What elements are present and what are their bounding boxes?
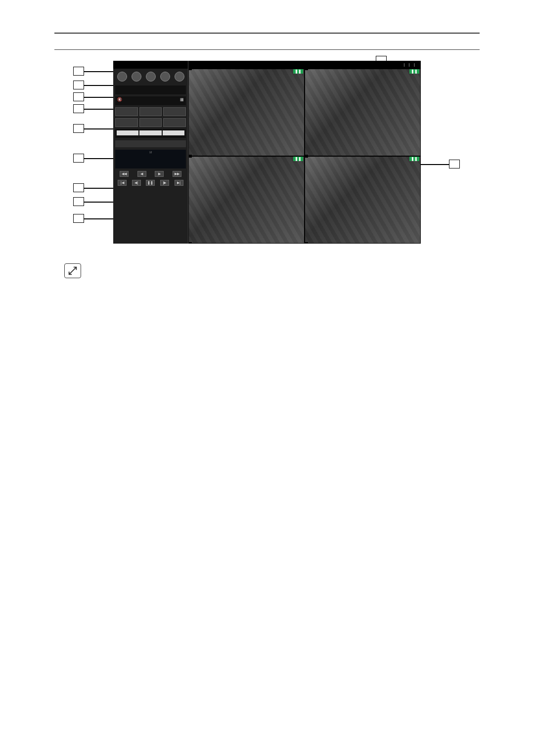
playback-row-2: |◀ ◀| ❚❚ |▶ ▶|	[115, 180, 186, 186]
split-16-icon[interactable]	[160, 72, 170, 82]
cam-tile-3: ❚❚	[188, 156, 305, 244]
callout-1	[73, 67, 84, 76]
callout-8	[73, 183, 84, 192]
dvr-info-bar	[115, 85, 186, 94]
cam-tile-4: ❚❚	[305, 156, 421, 244]
cam-2-pause-icon: ❚❚	[409, 69, 419, 74]
cam-1-pause-icon: ❚❚	[293, 69, 303, 74]
cam-4-timestamp	[305, 242, 308, 243]
cam-1-timestamp	[189, 155, 192, 156]
sequence-button[interactable]	[115, 107, 138, 116]
osd-format-bar: 🔇 ▦	[115, 96, 186, 105]
sequence-row	[115, 107, 186, 116]
fast-forward-button[interactable]: ▶▶	[173, 171, 181, 177]
calendar-month[interactable]	[139, 130, 161, 135]
cam-1-label	[189, 69, 192, 70]
split-9-icon[interactable]	[146, 72, 156, 82]
annotated-screenshot: 🔇 ▦	[74, 61, 460, 244]
callout-9	[73, 197, 84, 206]
next-button[interactable]	[163, 107, 186, 116]
speaker-icon[interactable]: 🔇	[117, 97, 122, 104]
note-icon	[64, 263, 81, 278]
search-viewer-screenshot: 🔇 ▦	[113, 61, 421, 244]
notes-block	[64, 263, 480, 278]
fullscreen-icon[interactable]	[175, 72, 184, 82]
split-buttons	[113, 69, 188, 84]
playback-row-1: ◀◀ ◀ ▶ ▶▶	[115, 171, 186, 177]
pause-button[interactable]: ❚❚	[146, 180, 155, 186]
cam-tile-2: ❚❚	[305, 69, 421, 156]
cam-2-label	[305, 69, 308, 70]
split-1-icon[interactable]	[117, 72, 127, 82]
print-button[interactable]	[139, 118, 162, 127]
previous-button[interactable]	[139, 107, 162, 116]
capture-row	[115, 118, 186, 127]
chapter-title	[54, 30, 480, 34]
fast-rewind-button[interactable]: ◀◀	[120, 171, 129, 177]
cam-3-pause-icon: ❚❚	[293, 157, 303, 161]
calendar-year[interactable]	[117, 130, 138, 135]
step-back-button[interactable]: ◀|	[132, 180, 141, 186]
section-title	[54, 46, 480, 50]
overlapped-data-row	[115, 140, 186, 147]
callout-6	[73, 124, 84, 133]
osd-toggle-icon[interactable]: ▦	[180, 97, 184, 104]
step-forward-button[interactable]: |▶	[160, 180, 169, 186]
calendar-today-button[interactable]	[163, 130, 184, 135]
callout-4	[73, 92, 84, 101]
timeline[interactable]: 12	[115, 150, 186, 168]
cam-tile-1: ❚❚	[188, 69, 305, 156]
cam-3-label	[189, 157, 192, 158]
callout-3	[73, 81, 84, 89]
cam-2-timestamp	[305, 155, 308, 156]
cam-3-timestamp	[189, 242, 192, 243]
calendar	[115, 129, 186, 138]
play-button[interactable]: ▶	[155, 171, 164, 177]
callout-7	[73, 154, 84, 163]
split-4-icon[interactable]	[132, 72, 141, 82]
skip-end-button[interactable]: ▶|	[175, 180, 183, 186]
skip-start-button[interactable]: |◀	[118, 180, 127, 186]
record-button[interactable]	[163, 118, 186, 127]
capture-button[interactable]	[115, 118, 138, 127]
rewind-button[interactable]: ◀	[137, 171, 146, 177]
callout-5	[73, 104, 84, 113]
callout-11	[449, 160, 460, 168]
callout-10	[73, 214, 84, 223]
cam-4-label	[305, 157, 308, 158]
header-ip	[113, 61, 188, 69]
cam-4-pause-icon: ❚❚	[409, 157, 419, 161]
top-menu: | | |	[188, 61, 421, 69]
